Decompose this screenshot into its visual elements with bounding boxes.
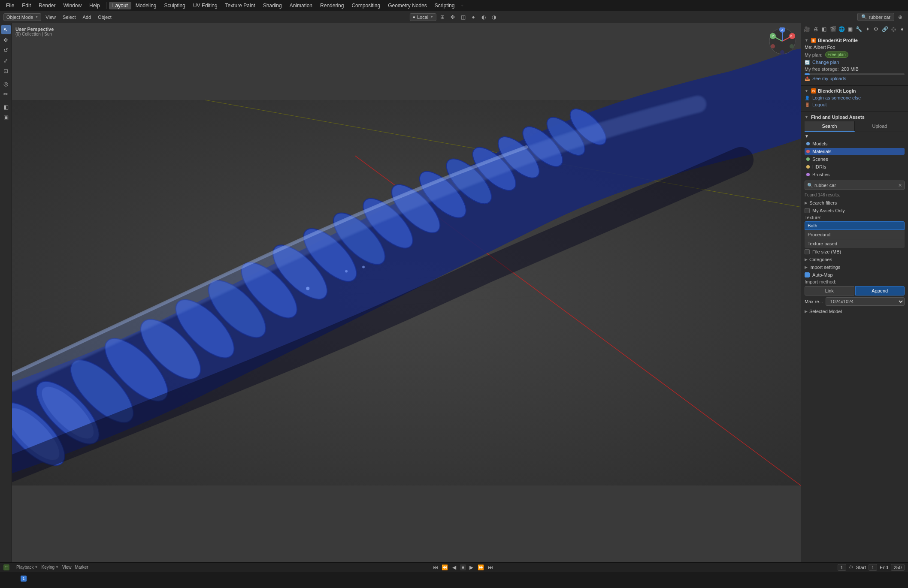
menu-window[interactable]: Window: [60, 2, 85, 9]
file-size-checkbox[interactable]: [805, 249, 810, 254]
view-menu-btn[interactable]: View: [43, 14, 58, 21]
cursor-tool-btn[interactable]: ↖: [1, 25, 11, 34]
object-menu-btn[interactable]: Object: [95, 14, 114, 21]
panel-icon-render[interactable]: 🎥: [803, 25, 811, 33]
start-frame-display[interactable]: 1: [869, 564, 877, 571]
object-mode-dropdown[interactable]: Object Mode ▼: [3, 13, 41, 21]
workspace-tab-geometry-nodes[interactable]: Geometry Nodes: [384, 2, 430, 9]
viewport-overlay-btn[interactable]: ⊞: [438, 13, 447, 21]
marker-menu[interactable]: Marker: [75, 565, 88, 570]
workspace-tab-shading[interactable]: Shading: [260, 2, 285, 9]
logout-link[interactable]: Logout: [812, 102, 827, 107]
asset-type-brushes[interactable]: Brushes: [805, 171, 905, 178]
texture-opt-procedural[interactable]: Procedural: [805, 230, 905, 239]
measure-tool-btn[interactable]: ◧: [1, 102, 11, 112]
clear-search-icon[interactable]: ✕: [898, 183, 902, 188]
rotate-tool-btn[interactable]: ↺: [1, 45, 11, 55]
view-menu[interactable]: View: [62, 565, 72, 570]
texture-opt-texture-based[interactable]: Texture based: [805, 239, 905, 248]
step-back-btn[interactable]: ⏪: [441, 564, 449, 571]
shading-solid-btn[interactable]: ●: [469, 13, 478, 21]
import-settings-toggle[interactable]: ▶ Import settings: [805, 263, 905, 271]
panel-icon-view[interactable]: ◧: [820, 25, 828, 33]
expand-asset-types-icon[interactable]: ▼: [805, 134, 809, 139]
current-frame-display[interactable]: 1: [838, 564, 846, 571]
shading-render-btn[interactable]: ◑: [490, 13, 498, 21]
asset-type-models[interactable]: Models: [805, 140, 905, 147]
scale-tool-btn[interactable]: ⤢: [1, 56, 11, 65]
my-assets-checkbox[interactable]: [805, 208, 810, 213]
workspace-tab-layout[interactable]: Layout: [109, 2, 131, 9]
asset-type-scenes[interactable]: Scenes: [805, 156, 905, 163]
workspace-tab-scripting[interactable]: Scripting: [431, 2, 458, 9]
max-res-select[interactable]: 1024x1024: [826, 297, 905, 306]
workspace-tab-modeling[interactable]: Modeling: [132, 2, 160, 9]
3d-viewport[interactable]: X Y Z: [12, 23, 801, 562]
workspace-tab-animation[interactable]: Animation: [286, 2, 316, 9]
texture-opt-both[interactable]: Both: [805, 221, 905, 230]
tab-search[interactable]: Search: [805, 121, 855, 132]
panel-icon-modifier[interactable]: 🔧: [855, 25, 863, 33]
viewport-shading-dropdown[interactable]: ● Local ▼: [410, 13, 436, 21]
search-filters-toggle[interactable]: ▶ Search filters: [805, 199, 905, 207]
workspace-tab-texture-paint[interactable]: Texture Paint: [222, 2, 259, 9]
viewport-gizmo[interactable]: X Y Z: [769, 27, 796, 55]
viewport-gizmo-btn[interactable]: ✤: [448, 13, 457, 21]
see-uploads-link[interactable]: See my uploads: [812, 76, 846, 81]
timeline-track[interactable]: 1 0 10 20 30 40 50 60 70 80 90 100 110 1…: [0, 572, 908, 588]
hdris-color-dot: [806, 165, 810, 169]
scene-search-bar[interactable]: 🔍 rubber car: [857, 13, 894, 21]
login-as-link[interactable]: Login as someone else: [812, 95, 861, 100]
import-append-btn[interactable]: Append: [855, 286, 905, 296]
profile-collapse-arrow[interactable]: ▼: [805, 38, 808, 42]
transform-tool-btn[interactable]: ⊡: [1, 66, 11, 75]
playback-menu[interactable]: Playback ▼: [16, 565, 38, 570]
workspace-tab-compositing[interactable]: Compositing: [348, 2, 384, 9]
add-menu-btn[interactable]: Add: [80, 14, 94, 21]
annotate-tool-btn[interactable]: ◎: [1, 79, 11, 88]
menu-render[interactable]: Render: [35, 2, 59, 9]
play-btn[interactable]: ▶: [468, 564, 475, 571]
find-upload-collapse-arrow[interactable]: ▼: [805, 115, 808, 119]
shading-material-btn[interactable]: ◐: [479, 13, 488, 21]
workspace-tab-rendering[interactable]: Rendering: [317, 2, 347, 9]
extra-tool-btn[interactable]: ▣: [1, 112, 11, 122]
workspace-tab-uv-editing[interactable]: UV Editing: [190, 2, 221, 9]
select-menu-btn[interactable]: Select: [60, 14, 79, 21]
draw-tool-btn[interactable]: ✏: [1, 89, 11, 99]
panel-icon-particles[interactable]: ✦: [863, 25, 872, 33]
panel-icon-output[interactable]: 🖨: [811, 25, 820, 33]
keying-menu[interactable]: Keying ▼: [42, 565, 59, 570]
end-frame-display[interactable]: 250: [891, 564, 905, 571]
panel-icon-object[interactable]: ▣: [846, 25, 854, 33]
change-plan-link[interactable]: Change plan: [812, 60, 839, 65]
auto-map-checkbox[interactable]: [805, 272, 810, 277]
panel-icon-world[interactable]: 🌐: [838, 25, 846, 33]
viewport-search-btn[interactable]: ⊕: [896, 13, 905, 21]
login-collapse-arrow[interactable]: ▼: [805, 89, 808, 93]
panel-icon-material[interactable]: ●: [898, 25, 906, 33]
menu-help[interactable]: Help: [86, 2, 103, 9]
panel-icon-data[interactable]: ◎: [890, 25, 898, 33]
menu-file[interactable]: File: [3, 2, 18, 9]
panel-icon-constraints[interactable]: 🔗: [881, 25, 889, 33]
panel-icon-scene[interactable]: 🎬: [829, 25, 837, 33]
categories-toggle[interactable]: ▶ Categories: [805, 256, 905, 263]
play-reverse-btn[interactable]: ◀: [451, 564, 458, 571]
jump-end-btn[interactable]: ⏭: [487, 564, 494, 571]
menu-edit[interactable]: Edit: [18, 2, 34, 9]
move-tool-btn[interactable]: ✥: [1, 35, 11, 45]
tab-upload[interactable]: Upload: [855, 121, 905, 132]
step-forward-btn[interactable]: ⏩: [477, 564, 485, 571]
jump-start-btn[interactable]: ⏮: [432, 564, 439, 571]
panel-icon-physics[interactable]: ⚙: [872, 25, 880, 33]
asset-type-hdris[interactable]: HDRIs: [805, 163, 905, 170]
timeline-mode-icon[interactable]: ⬚: [3, 564, 9, 570]
asset-search-input[interactable]: [805, 181, 905, 190]
xray-btn[interactable]: ◫: [459, 13, 467, 21]
asset-type-materials[interactable]: Materials: [805, 148, 905, 155]
selected-model-toggle[interactable]: ▶ Selected Model: [805, 308, 905, 315]
import-link-btn[interactable]: Link: [805, 286, 854, 296]
stop-btn[interactable]: ■: [460, 564, 466, 570]
workspace-tab-sculpting[interactable]: Sculpting: [161, 2, 189, 9]
